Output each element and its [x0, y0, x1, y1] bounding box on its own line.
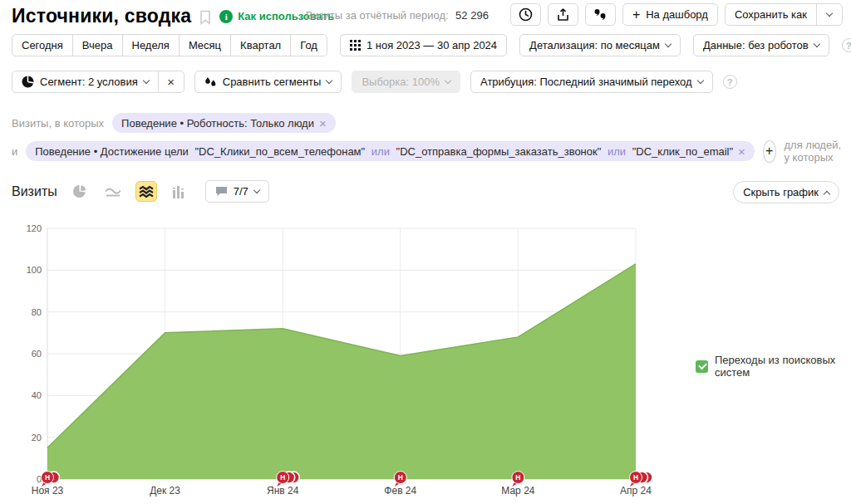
page-header-right: Визиты за отчётный период: 52 296 + На д…: [306, 3, 843, 26]
plus-icon: +: [632, 7, 640, 22]
hide-chart-button[interactable]: Скрыть график: [733, 181, 839, 203]
compare-segments-label: Сравнить сегменты: [223, 76, 322, 88]
data-mode-dropdown[interactable]: Данные: без роботов: [693, 34, 829, 56]
x-axis-label: Дек 23: [150, 485, 180, 497]
segment-value: Сегмент: 2 условия: [40, 76, 138, 88]
info-icon: i: [219, 10, 233, 23]
add-visit-condition-button[interactable]: +: [763, 140, 776, 163]
y-axis-tick: 80: [32, 307, 42, 317]
period-week[interactable]: Неделя: [122, 34, 180, 56]
note-marker-letter: Н: [280, 473, 285, 482]
goal-1: "DC_Клики_по_всем_телефонам": [194, 145, 365, 158]
filter-row-1: Визиты, в которых Поведение • Роботность…: [12, 113, 336, 133]
filter-pill-robots-text: Поведение • Роботность: Только люди: [121, 117, 314, 130]
attribution-value: Атрибуция: Последний значимый переход: [480, 76, 692, 88]
y-axis-tick: 0: [37, 474, 42, 484]
schedule-button[interactable]: [510, 3, 541, 26]
notes-count: 7/7: [234, 185, 248, 198]
segment-dropdown[interactable]: Сегмент: 2 условия: [12, 71, 159, 93]
segment-group: Сегмент: 2 условия ×: [12, 71, 184, 93]
help-icon[interactable]: ?: [723, 75, 737, 89]
period-toolbar: Сегодня Вчера Неделя Месяц Квартал Год 1…: [12, 34, 851, 56]
add-to-dashboard-label: На дашборд: [646, 8, 708, 21]
visits-period-label: Визиты за отчётный период:: [306, 9, 449, 22]
or-separator: или: [371, 145, 390, 158]
x-axis-label: Апр 24: [620, 485, 652, 497]
page-title: Источники, сводка: [12, 5, 191, 27]
sampling-dropdown[interactable]: Выборка: 100%: [352, 71, 460, 93]
y-axis-tick: 60: [32, 349, 42, 359]
or-separator: или: [608, 145, 626, 158]
visits-area-chart[interactable]: 020406080100120Ноя 23Дек 23Янв 24Фев 24М…: [12, 218, 685, 504]
detailing-dropdown[interactable]: Детализация: по месяцам: [519, 34, 681, 56]
filter-row-2: и Поведение • Достижение цели "DC_Клики_…: [12, 139, 851, 164]
chevron-down-icon: [253, 187, 260, 193]
segments-icon: [593, 8, 607, 21]
chevron-down-icon: [445, 77, 451, 84]
period-month[interactable]: Месяц: [179, 34, 231, 56]
export-button[interactable]: [548, 3, 578, 26]
help-icon[interactable]: ?: [842, 38, 851, 52]
comment-bubble-icon: [215, 186, 228, 197]
yandex-metrica-page: { "icons": { "close": "×", "plus": "+", …: [0, 0, 851, 504]
chart-type-line-icon[interactable]: [102, 181, 124, 202]
save-as-button[interactable]: Сохранить как: [725, 3, 817, 26]
page-header-left: Источники, сводка i Как использовать: [12, 5, 334, 27]
close-icon: ×: [167, 75, 175, 89]
period-yesterday[interactable]: Вчера: [72, 34, 123, 56]
chart-type-area-icon[interactable]: [135, 181, 157, 202]
area-series[interactable]: [47, 264, 636, 479]
chevron-down-icon: [696, 77, 703, 84]
sampling-value: Выборка: 100%: [362, 76, 440, 88]
x-axis-label: Янв 24: [267, 485, 299, 497]
visits-period-value: 52 296: [455, 9, 489, 22]
chart-type-columns-icon[interactable]: [169, 181, 190, 202]
visits-in-which-label: Визиты, в которых: [12, 117, 104, 130]
detailing-value: Детализация: по месяцам: [529, 39, 660, 51]
filter-pill-goals-text: Поведение • Достижение цели "DC_Клики_по…: [35, 145, 733, 158]
chart-toolbar: Визиты 7/7: [12, 180, 269, 203]
hide-chart-label: Скрыть график: [743, 186, 819, 198]
date-range-value: 1 ноя 2023 — 30 апр 2024: [366, 39, 497, 51]
chevron-down-icon: [143, 77, 150, 84]
filter-pill-robots[interactable]: Поведение • Роботность: Только люди ×: [112, 113, 336, 133]
note-marker-letter: Н: [45, 473, 50, 482]
add-to-dashboard-button[interactable]: + На дашборд: [622, 3, 718, 26]
x-axis-label: Мар 24: [501, 485, 534, 497]
period-today[interactable]: Сегодня: [12, 34, 73, 56]
data-mode-value: Данные: без роботов: [703, 39, 809, 51]
segment-toolbar: Сегмент: 2 условия × Сравнить сегменты В…: [12, 71, 737, 93]
legend-checkbox-icon[interactable]: [696, 360, 708, 373]
remove-filter-icon[interactable]: ×: [319, 117, 327, 130]
period-quarter[interactable]: Квартал: [230, 34, 291, 56]
period-segmented-control: Сегодня Вчера Неделя Месяц Квартал Год: [12, 34, 327, 56]
pie-segment-icon: [22, 76, 34, 88]
and-label: и: [12, 145, 17, 158]
remove-filter-icon[interactable]: ×: [738, 145, 745, 158]
note-marker-letter: Н: [398, 473, 403, 482]
attribution-dropdown[interactable]: Атрибуция: Последний значимый переход: [470, 71, 713, 93]
for-people-label: для людей, у которых: [785, 139, 844, 164]
chevron-down-icon: [814, 41, 820, 47]
chart-legend: Переходы из поисковых систем: [696, 354, 851, 379]
date-range-button[interactable]: 1 ноя 2023 — 30 апр 2024: [340, 34, 507, 56]
export-icon: [557, 8, 569, 22]
note-marker-letter: Н: [633, 473, 638, 482]
chevron-down-icon: [665, 41, 671, 47]
filter-pill-goals[interactable]: Поведение • Достижение цели "DC_Клики_по…: [26, 141, 755, 161]
compare-segments-dropdown[interactable]: Сравнить сегменты: [194, 71, 342, 93]
goal-3: "DC_клик_по_email": [632, 145, 733, 158]
period-year[interactable]: Год: [290, 34, 327, 56]
save-as-split-button: Сохранить как: [725, 3, 843, 26]
bookmark-icon[interactable]: [199, 10, 211, 25]
segments-button[interactable]: [585, 3, 616, 26]
segment-clear-button[interactable]: ×: [158, 71, 184, 93]
chart-type-pie-icon[interactable]: [69, 181, 91, 202]
notes-dropdown[interactable]: 7/7: [205, 180, 269, 203]
goal-2: "DC_отправка_формы_заказать_звонок": [396, 145, 602, 158]
report-period-visits: Визиты за отчётный период: 52 296: [306, 7, 489, 22]
y-axis-tick: 40: [32, 390, 42, 400]
save-as-caret-button[interactable]: [816, 3, 843, 26]
y-axis-tick: 120: [27, 223, 42, 233]
chevron-up-icon: [824, 190, 830, 197]
